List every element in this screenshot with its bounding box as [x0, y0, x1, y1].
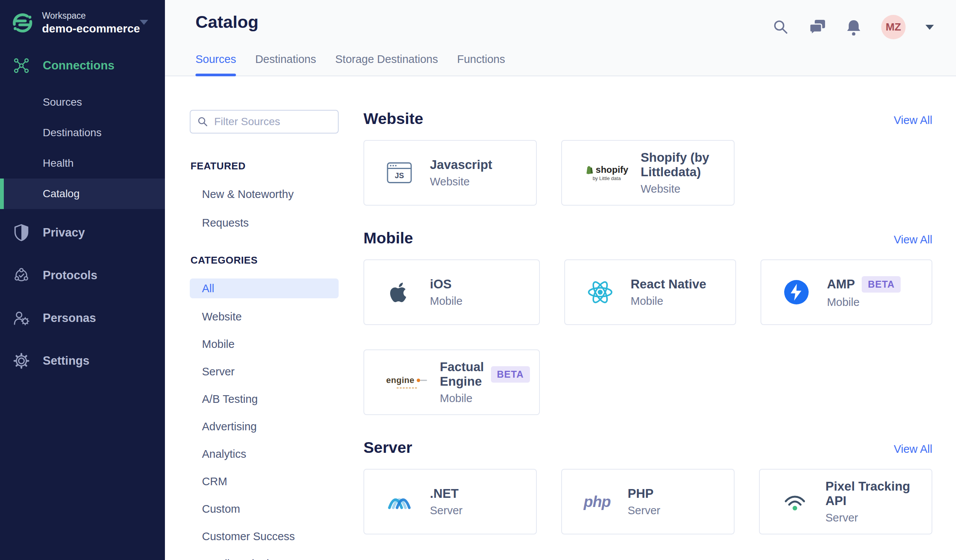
category-analytics[interactable]: Analytics: [190, 440, 339, 468]
gear-icon: [13, 352, 30, 369]
featured-heading: FEATURED: [190, 160, 339, 172]
tab-sources[interactable]: Sources: [195, 53, 236, 76]
card-text: PHP Server: [628, 486, 660, 517]
user-menu[interactable]: MZ: [881, 15, 906, 39]
sidebar-item-catalog[interactable]: Catalog: [0, 179, 165, 209]
sidebar-item-privacy[interactable]: Privacy: [0, 211, 165, 254]
category-customer-success[interactable]: Customer Success: [190, 523, 339, 550]
segment-logo-icon: [11, 12, 34, 34]
sidebar-item-health[interactable]: Health: [0, 148, 165, 179]
factual-engine-logo-icon: engine: [384, 375, 430, 389]
section-website: Website View All JS: [363, 110, 932, 206]
featured-item-new-noteworthy[interactable]: New & Noteworthy: [190, 188, 339, 201]
card-text: Shopify (by Littledata) Website: [641, 150, 725, 195]
view-all-website-link[interactable]: View All: [894, 114, 932, 127]
source-card-factual-engine[interactable]: engine Fa: [363, 349, 540, 415]
section-server: Server View All: [363, 439, 932, 534]
amp-logo-icon: [781, 280, 812, 304]
section-mobile: Mobile View All: [363, 229, 932, 415]
view-all-mobile-link[interactable]: View All: [894, 233, 932, 246]
card-category: Server: [825, 512, 922, 524]
protocols-icon: [13, 267, 30, 284]
tab-destinations[interactable]: Destinations: [255, 53, 316, 76]
connections-subnav: Sources Destinations Health Catalog: [0, 87, 165, 209]
card-text: iOS Mobile: [430, 277, 462, 307]
sidebar-item-sources[interactable]: Sources: [0, 87, 165, 117]
categories-list: All Website Mobile Server A/B Testing Ad…: [190, 278, 339, 560]
javascript-logo-icon: JS: [384, 162, 415, 184]
category-ab-testing[interactable]: A/B Testing: [190, 385, 339, 413]
tab-storage-destinations[interactable]: Storage Destinations: [335, 53, 438, 76]
category-website[interactable]: Website: [190, 303, 339, 330]
catalog-results: Website View All JS: [363, 110, 932, 560]
source-card-amp[interactable]: AMP BETA Mobile: [761, 259, 932, 325]
sidebar-item-label: Settings: [43, 354, 89, 368]
card-category: Website: [641, 183, 725, 195]
workspace-switcher[interactable]: Workspace demo-ecommerce: [0, 0, 165, 35]
category-email-marketing[interactable]: Email Marketing: [190, 550, 339, 560]
content: FEATURED New & Noteworthy Requests CATEG…: [165, 76, 956, 560]
notifications-button[interactable]: [846, 19, 861, 35]
php-logo-icon: php: [582, 493, 612, 510]
filter-panel: FEATURED New & Noteworthy Requests CATEG…: [190, 110, 339, 560]
pixel-tracking-logo-icon: [780, 492, 810, 512]
connections-icon: [13, 57, 30, 74]
react-logo-icon: [585, 280, 615, 304]
user-menu-caret[interactable]: [925, 25, 934, 30]
source-card-react-native[interactable]: React Native Mobile: [564, 259, 736, 325]
card-text: .NET Server: [430, 486, 462, 517]
view-all-server-link[interactable]: View All: [894, 443, 932, 455]
card-text: React Native Mobile: [631, 277, 706, 307]
category-custom[interactable]: Custom: [190, 495, 339, 523]
source-card-ios[interactable]: iOS Mobile: [363, 259, 540, 325]
source-card-javascript[interactable]: JS Javascript Website: [363, 140, 537, 206]
search-button[interactable]: [773, 19, 789, 35]
sidebar-item-personas[interactable]: Personas: [0, 297, 165, 340]
sidebar: Workspace demo-ecommerce Connections Sou…: [0, 0, 165, 560]
category-all[interactable]: All: [190, 278, 339, 298]
card-category: Mobile: [440, 392, 530, 405]
chat-icon: [809, 19, 826, 35]
card-text: Javascript Website: [430, 158, 492, 188]
source-card-php[interactable]: php PHP Server: [561, 469, 735, 534]
chevron-down-icon: [925, 25, 934, 30]
beta-badge: BETA: [862, 276, 901, 293]
category-advertising[interactable]: Advertising: [190, 413, 339, 440]
category-mobile[interactable]: Mobile: [190, 330, 339, 358]
sidebar-item-label: Personas: [43, 311, 96, 325]
workspace-label: Workspace: [42, 11, 140, 21]
apple-logo-icon: [384, 280, 415, 304]
catalog-tabs: Sources Destinations Storage Destination…: [195, 53, 505, 76]
tab-functions[interactable]: Functions: [457, 53, 505, 76]
filter-sources-input[interactable]: [214, 116, 331, 128]
sidebar-item-destinations[interactable]: Destinations: [0, 117, 165, 148]
sidebar-item-settings[interactable]: Settings: [0, 340, 165, 382]
section-title: Website: [363, 110, 423, 128]
card-category: Mobile: [827, 296, 901, 309]
source-card-shopify[interactable]: shopify by Little data Shopify (by Littl…: [561, 140, 735, 206]
card-text: Factual Engine BETA Mobile: [440, 360, 530, 405]
featured-item-requests[interactable]: Requests: [190, 217, 339, 229]
section-title: Mobile: [363, 229, 413, 247]
category-server[interactable]: Server: [190, 358, 339, 385]
sidebar-item-protocols[interactable]: Protocols: [0, 254, 165, 297]
card-title: .NET: [430, 486, 459, 501]
sidebar-item-label: Connections: [43, 59, 115, 72]
app-window: Workspace demo-ecommerce Connections Sou…: [0, 0, 956, 560]
sidebar-item-label: Protocols: [43, 269, 97, 282]
sidebar-item-connections[interactable]: Connections: [0, 50, 165, 81]
section-title: Server: [363, 439, 412, 457]
avatar: MZ: [881, 15, 906, 39]
dotnet-logo-icon: [384, 492, 415, 511]
source-card-dotnet[interactable]: .NET Server: [363, 469, 537, 534]
card-category: Server: [628, 504, 660, 517]
category-crm[interactable]: CRM: [190, 468, 339, 495]
card-title: AMP: [827, 277, 855, 291]
sidebar-item-label: Privacy: [43, 226, 85, 240]
source-card-pixel-tracking-api[interactable]: Pixel Tracking API Server: [759, 469, 932, 534]
chat-button[interactable]: [809, 19, 826, 35]
card-category: Website: [430, 175, 492, 188]
card-category: Mobile: [631, 295, 706, 307]
card-title: React Native: [631, 277, 706, 291]
topbar-actions: MZ: [773, 14, 934, 40]
